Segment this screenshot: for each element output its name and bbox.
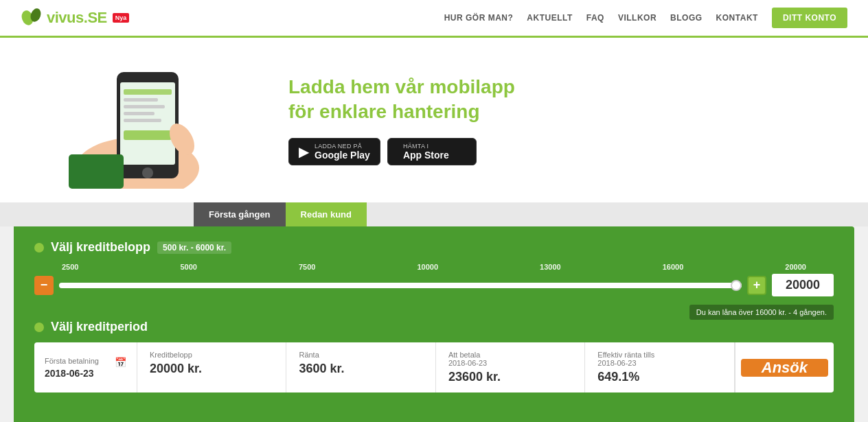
slider-labels: 2500 5000 7500 10000 13000 16000 20000 <box>34 263 834 271</box>
first-payment-label: Första betalning <box>45 357 99 365</box>
logo-leaf-icon <box>21 8 43 27</box>
info-cards: Första betalning 📅 2018-06-23 Kreditbelo… <box>34 342 834 392</box>
google-play-subtitle: LADDA NED PÅ <box>315 143 370 150</box>
credit-amount-title: Välj kreditbelopp 500 kr. - 6000 kr. <box>34 240 834 255</box>
nav-faq[interactable]: FAQ <box>586 13 604 23</box>
slider-label-5: 13000 <box>540 263 561 271</box>
effective-date: 2018-06-23 <box>597 359 636 367</box>
to-pay-date: 2018-06-23 <box>448 359 487 367</box>
decrease-amount-button[interactable]: − <box>34 276 54 295</box>
google-play-button[interactable]: ▶ LADDA NED PÅ Google Play <box>288 138 380 165</box>
app-store-label: App Store <box>403 150 449 161</box>
google-play-label: Google Play <box>315 150 370 161</box>
credit-period-title: Välj kreditperiod <box>34 320 834 334</box>
loan-info-bubble: Du kan låna över 16000 kr. - 4 gången. <box>689 305 834 320</box>
slider-thumb[interactable] <box>731 280 742 291</box>
logo-badge: Nya <box>113 13 130 23</box>
slider-label-1: 2500 <box>62 263 78 271</box>
credit-range: 500 kr. - 6000 kr. <box>157 242 231 254</box>
nav-blog[interactable]: BLOGG <box>670 13 703 23</box>
svg-rect-10 <box>124 130 172 140</box>
section-dot-period <box>34 323 44 332</box>
effective-rate-label: Effektiv ränta tills 2018-06-23 <box>597 351 721 367</box>
interest-value: 3600 kr. <box>299 362 422 376</box>
slider-label-4: 10000 <box>418 263 439 271</box>
slider-label-7: 20000 <box>785 263 806 271</box>
hero-phone-illustration <box>0 51 261 189</box>
svg-point-11 <box>142 167 153 178</box>
section-dot <box>34 243 44 253</box>
increase-amount-button[interactable]: + <box>747 276 766 295</box>
tabs-section: Första gången Redan kund <box>0 202 868 226</box>
effective-rate-card: Effektiv ränta tills 2018-06-23 649.1% <box>585 342 734 392</box>
slider-label-3: 7500 <box>299 263 315 271</box>
hero-text: Ladda hem vår mobilapp för enklare hante… <box>261 75 827 166</box>
nav-terms[interactable]: VILLKOR <box>618 13 656 23</box>
slider-label-2: 5000 <box>181 263 197 271</box>
slider-track[interactable] <box>59 283 742 288</box>
svg-rect-7 <box>124 105 165 108</box>
credit-amount-value: 20000 kr. <box>150 362 273 376</box>
to-pay-value: 23600 kr. <box>448 370 572 384</box>
logo[interactable]: vivus.SE Nya <box>21 8 129 27</box>
slider-label-6: 16000 <box>663 263 684 271</box>
credit-period-section: Välj kreditperiod Första betalning 📅 201… <box>34 320 834 392</box>
credit-amount-label: Kreditbelopp <box>150 351 273 359</box>
tab-existing-customer[interactable]: Redan kund <box>286 202 367 226</box>
header: vivus.SE Nya HUR GÖR MAN? AKTUELLT FAQ V… <box>0 0 868 38</box>
svg-rect-6 <box>124 98 158 102</box>
google-play-icon: ▶ <box>299 143 309 160</box>
svg-rect-9 <box>124 119 161 122</box>
nav-current[interactable]: AKTUELLT <box>527 13 572 23</box>
credit-amount-card: Kreditbelopp 20000 kr. <box>137 342 286 392</box>
interest-card: Ränta 3600 kr. <box>286 342 435 392</box>
hero-headline: Ladda hem vår mobilapp för enklare hante… <box>288 75 827 125</box>
apply-button[interactable]: Ansök <box>741 359 828 377</box>
svg-rect-13 <box>69 154 124 189</box>
slider-fill <box>59 283 742 288</box>
calculator-section: Välj kreditbelopp 500 kr. - 6000 kr. 250… <box>14 226 854 422</box>
tab-first-time[interactable]: Första gången <box>194 202 286 226</box>
to-pay-card: Att betala 2018-06-23 23600 kr. <box>436 342 585 392</box>
store-buttons: ▶ LADDA NED PÅ Google Play Hämta i App S… <box>288 138 827 165</box>
nav-account-button[interactable]: DITT KONTO <box>772 8 847 28</box>
phone-hand-icon <box>27 51 233 189</box>
hero-section: Ladda hem vår mobilapp för enklare hante… <box>0 38 868 202</box>
app-store-subtitle: Hämta i <box>403 143 449 150</box>
first-payment-card: Första betalning 📅 2018-06-23 <box>34 342 137 392</box>
nav-how[interactable]: HUR GÖR MAN? <box>444 13 514 23</box>
app-store-button[interactable]: Hämta i App Store <box>387 138 477 165</box>
svg-rect-8 <box>124 112 155 115</box>
to-pay-label: Att betala 2018-06-23 <box>448 351 572 367</box>
calendar-icon[interactable]: 📅 <box>115 357 126 368</box>
effective-rate-value: 649.1% <box>597 370 721 384</box>
slider-row: − + <box>34 274 834 296</box>
svg-rect-5 <box>124 89 172 95</box>
logo-text: vivus.SE <box>47 9 107 27</box>
interest-label: Ränta <box>299 351 422 359</box>
first-payment-date: 2018-06-23 <box>45 368 126 379</box>
apply-container: Ansök <box>735 342 834 392</box>
nav-contact[interactable]: KONTAKT <box>716 13 758 23</box>
amount-input[interactable] <box>772 274 834 296</box>
main-nav: HUR GÖR MAN? AKTUELLT FAQ VILLKOR BLOGG … <box>444 8 847 28</box>
